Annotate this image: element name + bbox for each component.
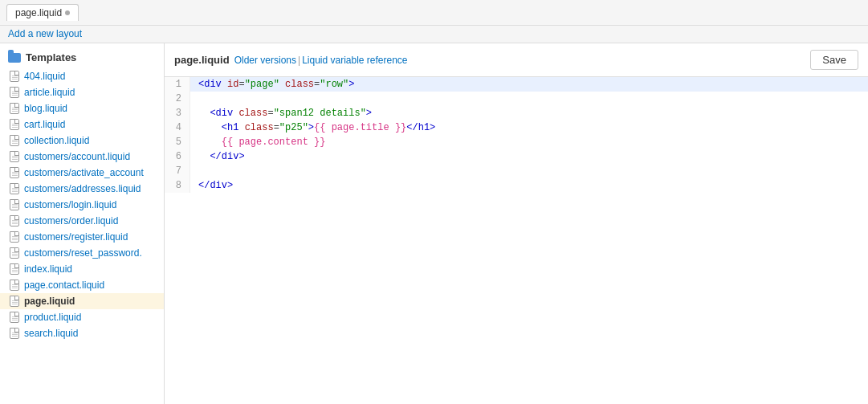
line-content: </div> [190, 149, 868, 164]
sidebar-item-label: customers/register.liquid [24, 231, 128, 243]
code-line: 3 <div class="span12 details"> [165, 106, 868, 120]
line-content [190, 164, 868, 178]
sidebar-item-label: page.liquid [24, 296, 75, 307]
sidebar-item-label: collection.liquid [24, 135, 89, 146]
page-liquid-tab[interactable]: page.liquid [6, 4, 79, 21]
sidebar-item-page[interactable]: page.liquid [0, 293, 164, 309]
pipe-separator: | [298, 55, 300, 66]
line-content: <div id="page" class="row"> [190, 77, 868, 92]
sidebar-item-label: article.liquid [24, 87, 75, 98]
liquid-variable-ref-link[interactable]: Liquid variable reference [302, 55, 407, 66]
editor-area: page.liquid Older versions | Liquid vari… [165, 43, 868, 404]
sidebar-item-customers-login[interactable]: customers/login.liquid [0, 197, 164, 213]
line-content: {{ page.content }} [190, 135, 868, 149]
line-content: <div class="span12 details"> [190, 106, 868, 120]
sidebar-item-collection[interactable]: collection.liquid [0, 133, 164, 149]
file-icon [10, 135, 19, 146]
sidebar-item-label: cart.liquid [24, 119, 65, 130]
sidebar-item-cart[interactable]: cart.liquid [0, 116, 164, 133]
line-content: <h1 class="p25">{{ page.title }}</h1> [190, 120, 868, 135]
main-content: Templates 404.liquidarticle.liquidblog.l… [0, 43, 868, 404]
file-icon [10, 280, 19, 291]
editor-filename: page.liquid [174, 54, 230, 66]
code-line: 1<div id="page" class="row"> [165, 77, 868, 92]
file-icon [10, 87, 19, 98]
line-number: 5 [165, 135, 190, 149]
sidebar-item-label: blog.liquid [24, 103, 67, 114]
line-content: </div> [190, 178, 868, 193]
editor-header-left: page.liquid Older versions | Liquid vari… [174, 54, 408, 66]
sidebar-item-label: customers/addresses.liquid [24, 183, 141, 194]
sidebar-item-customers-register[interactable]: customers/register.liquid [0, 229, 164, 245]
sidebar: Templates 404.liquidarticle.liquidblog.l… [0, 43, 165, 404]
file-icon [10, 199, 19, 210]
sidebar-item-label: product.liquid [24, 312, 81, 323]
sidebar-item-customers-order[interactable]: customers/order.liquid [0, 213, 164, 229]
file-icon [10, 263, 19, 275]
sidebar-section-templates: Templates [0, 43, 164, 68]
sidebar-item-label: page.contact.liquid [24, 280, 104, 291]
sidebar-items-list: 404.liquidarticle.liquidblog.liquidcart.… [0, 68, 164, 341]
sidebar-item-label: customers/login.liquid [24, 199, 116, 210]
file-icon [10, 183, 19, 194]
sidebar-item-blog[interactable]: blog.liquid [0, 100, 164, 116]
top-bar: page.liquid [0, 0, 868, 26]
templates-section-label: Templates [26, 51, 76, 63]
sidebar-item-label: 404.liquid [24, 71, 65, 82]
sidebar-item-index[interactable]: index.liquid [0, 261, 164, 277]
folder-icon [8, 53, 21, 63]
file-icon [10, 231, 19, 243]
editor-header: page.liquid Older versions | Liquid vari… [165, 43, 868, 77]
sidebar-item-search[interactable]: search.liquid [0, 325, 164, 341]
code-line: 6 </div> [165, 149, 868, 164]
code-line: 4 <h1 class="p25">{{ page.title }}</h1> [165, 120, 868, 135]
older-versions-link[interactable]: Older versions [234, 55, 296, 66]
file-icon [10, 119, 19, 130]
code-line: 7 [165, 164, 868, 178]
code-line: 2 [165, 92, 868, 106]
line-number: 2 [165, 92, 190, 106]
file-icon [10, 103, 19, 114]
sidebar-item-label: customers/reset_password. [24, 247, 142, 259]
sidebar-item-label: customers/order.liquid [24, 215, 118, 226]
add-layout-link[interactable]: Add a new layout [8, 28, 82, 39]
sidebar-item-label: search.liquid [24, 328, 78, 339]
sidebar-item-article[interactable]: article.liquid [0, 84, 164, 100]
line-number: 4 [165, 120, 190, 135]
file-icon [10, 71, 19, 82]
code-editor[interactable]: 1<div id="page" class="row">23 <div clas… [165, 77, 868, 404]
line-content [190, 92, 868, 106]
file-icon [10, 151, 19, 162]
tab-label: page.liquid [15, 7, 62, 18]
file-icon [10, 296, 19, 307]
sidebar-item-customers-addresses[interactable]: customers/addresses.liquid [0, 181, 164, 197]
line-number: 6 [165, 149, 190, 164]
file-icon [10, 167, 19, 178]
code-line: 8</div> [165, 178, 868, 193]
line-number: 7 [165, 164, 190, 178]
line-number: 1 [165, 77, 190, 92]
code-line: 5 {{ page.content }} [165, 135, 868, 149]
file-icon [10, 247, 19, 259]
sidebar-item-label: customers/activate_account [24, 167, 144, 178]
sidebar-item-404[interactable]: 404.liquid [0, 68, 164, 84]
sidebar-item-label: customers/account.liquid [24, 151, 130, 162]
sidebar-item-customers-account[interactable]: customers/account.liquid [0, 149, 164, 165]
line-number: 3 [165, 106, 190, 120]
unsaved-dot [65, 10, 70, 15]
sidebar-item-customers-reset[interactable]: customers/reset_password. [0, 245, 164, 261]
sidebar-item-label: index.liquid [24, 263, 72, 275]
file-icon [10, 328, 19, 339]
editor-links: Older versions | Liquid variable referen… [234, 55, 408, 66]
line-number: 8 [165, 178, 190, 193]
file-icon [10, 215, 19, 226]
sidebar-item-product[interactable]: product.liquid [0, 309, 164, 325]
file-icon [10, 312, 19, 323]
sidebar-item-customers-activate[interactable]: customers/activate_account [0, 165, 164, 181]
code-lines: 1<div id="page" class="row">23 <div clas… [165, 77, 868, 193]
save-button[interactable]: Save [810, 50, 858, 70]
sidebar-item-page-contact[interactable]: page.contact.liquid [0, 277, 164, 293]
